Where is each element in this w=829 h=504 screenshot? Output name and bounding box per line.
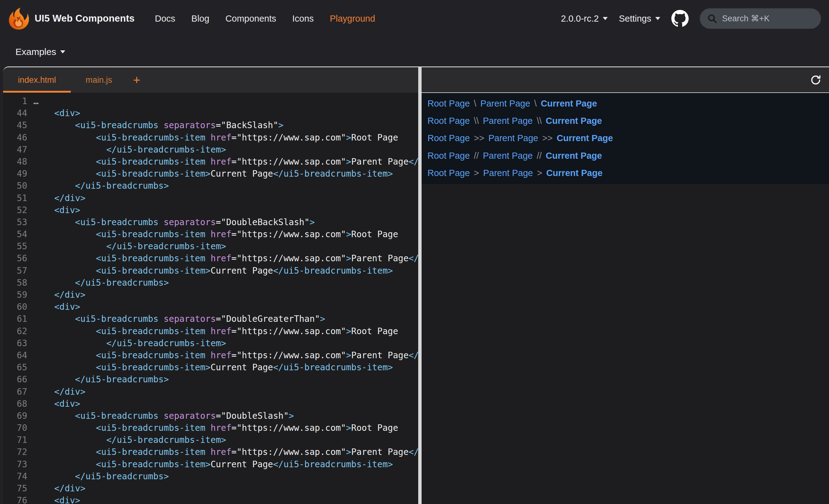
code-line-71[interactable]: 71 </ui5-breadcrumbs-item> [3,434,418,446]
line-number: 65 [3,361,27,373]
code-line-64[interactable]: 64 <ui5-breadcrumbs-item href="https://w… [3,349,418,361]
code-line-69[interactable]: 69 <ui5-breadcrumbs separators="DoubleSl… [3,410,418,422]
line-number: 63 [3,337,27,349]
code-text: </ui5-breadcrumbs-item> [27,240,226,252]
add-tab-button[interactable]: + [127,67,146,93]
code-line-60[interactable]: 60 <div> [3,301,418,313]
preview-header [422,67,829,92]
code-line-63[interactable]: 63 </ui5-breadcrumbs-item> [3,337,418,349]
tab-main.js[interactable]: main.js [71,67,127,93]
settings-menu[interactable]: Settings [619,13,660,24]
code-text: </div> [27,386,85,398]
code-line-58[interactable]: 58 </ui5-breadcrumbs> [3,277,418,289]
line-number: 45 [3,119,27,131]
playground-app: UI5 Web Components DocsBlogComponentsIco… [0,0,829,504]
line-number: 67 [3,386,27,398]
code-line-72[interactable]: 72 <ui5-breadcrumbs-item href="https://w… [3,446,418,458]
code-text: <ui5-breadcrumbs-item href="https://www.… [27,325,398,337]
code-line-73[interactable]: 73 <ui5-breadcrumbs-item>Current Page</u… [3,458,418,470]
top-navigation-bar: UI5 Web Components DocsBlogComponentsIco… [0,0,829,37]
line-number: 69 [3,410,27,422]
search-input[interactable]: Search ⌘+K [700,8,821,29]
line-number: 66 [3,373,27,385]
code-line-57[interactable]: 57 <ui5-breadcrumbs-item>Current Page</u… [3,265,418,277]
breadcrumb-separator: \\ [474,116,479,126]
examples-menu[interactable]: Examples [15,37,65,66]
code-text: <ui5-breadcrumbs-item href="https://www.… [27,446,418,458]
code-line-46[interactable]: 46 <ui5-breadcrumbs-item href="https://w… [3,131,418,144]
code-line-45[interactable]: 45 <ui5-breadcrumbs separators="BackSlas… [3,119,418,131]
code-line-70[interactable]: 70 <ui5-breadcrumbs-item href="https://w… [3,422,418,434]
code-text: <ui5-breadcrumbs-item>Current Page</ui5-… [27,458,393,470]
code-line-54[interactable]: 54 <ui5-breadcrumbs-item href="https://w… [3,228,418,240]
line-number: 49 [3,168,27,180]
code-line-65[interactable]: 65 <ui5-breadcrumbs-item>Current Page</u… [3,361,418,373]
breadcrumb-separator: >> [474,133,484,143]
breadcrumb-link[interactable]: Root Page [428,151,470,161]
code-line-53[interactable]: 53 <ui5-breadcrumbs separators="DoubleBa… [3,216,418,228]
breadcrumb-current: Current Page [546,151,602,161]
code-editor[interactable]: 1…44 <div>45 <ui5-breadcrumbs separators… [3,93,418,504]
breadcrumb-link[interactable]: Parent Page [489,133,538,143]
code-text: <div> [27,495,80,504]
code-line-56[interactable]: 56 <ui5-breadcrumbs-item href="https://w… [3,252,418,264]
code-line-44[interactable]: 44 <div> [3,107,418,119]
breadcrumb-link[interactable]: Parent Page [483,168,533,178]
line-number: 55 [3,240,27,252]
breadcrumb-link[interactable]: Root Page [428,168,470,178]
code-line-52[interactable]: 52 <div> [3,204,418,216]
code-line-76[interactable]: 76 <div> [3,495,418,504]
nav-link-playground[interactable]: Playground [330,13,375,24]
nav-link-docs[interactable]: Docs [155,13,175,24]
code-editor-pane: index.htmlmain.js+ 1…44 <div>45 <ui5-bre… [3,67,418,504]
pane-splitter[interactable] [418,67,422,504]
playground-toolbar: Examples Download Share [0,37,829,66]
code-text: </ui5-breadcrumbs> [27,470,169,482]
code-text: </ui5-breadcrumbs> [27,373,169,385]
line-number: 46 [3,131,27,144]
breadcrumb-link[interactable]: Parent Page [483,116,533,126]
line-number: 59 [3,289,27,301]
ui5-phoenix-logo-icon[interactable] [7,7,30,30]
breadcrumb-link[interactable]: Root Page [428,99,470,109]
code-line-59[interactable]: 59 </div> [3,289,418,301]
code-line-50[interactable]: 50 </ui5-breadcrumbs> [3,180,418,192]
code-text: </ui5-breadcrumbs-item> [27,434,226,446]
nav-link-components[interactable]: Components [225,13,276,24]
github-icon[interactable] [671,10,689,27]
playground-workspace: index.htmlmain.js+ 1…44 <div>45 <ui5-bre… [3,66,829,504]
code-line-62[interactable]: 62 <ui5-breadcrumbs-item href="https://w… [3,325,418,337]
breadcrumb-link[interactable]: Parent Page [480,99,530,109]
nav-link-icons[interactable]: Icons [292,13,314,24]
nav-right-cluster: 2.0.0-rc.2 Settings Search ⌘+K [561,0,821,37]
code-line-55[interactable]: 55 </ui5-breadcrumbs-item> [3,240,418,252]
version-menu[interactable]: 2.0.0-rc.2 [561,13,608,24]
code-line-1[interactable]: 1… [3,95,418,107]
line-number: 70 [3,422,27,434]
code-line-48[interactable]: 48 <ui5-breadcrumbs-item href="https://w… [3,156,418,168]
code-line-67[interactable]: 67 </div> [3,386,418,398]
code-line-49[interactable]: 49 <ui5-breadcrumbs-item>Current Page</u… [3,168,418,180]
code-line-75[interactable]: 75 </div> [3,482,418,495]
code-text: <ui5-breadcrumbs-item href="https://www.… [27,252,418,264]
breadcrumb-link[interactable]: Root Page [428,116,470,126]
breadcrumb-current: Current Page [557,133,613,143]
breadcrumb: Root Page>Parent Page>Current Page [428,165,829,182]
code-text: <ui5-breadcrumbs-item href="https://www.… [27,422,398,434]
tab-index.html[interactable]: index.html [3,67,71,93]
code-line-74[interactable]: 74 </ui5-breadcrumbs> [3,470,418,482]
code-line-51[interactable]: 51 </div> [3,192,418,204]
code-line-47[interactable]: 47 </ui5-breadcrumbs-item> [3,144,418,156]
breadcrumb-link[interactable]: Root Page [428,133,470,143]
code-line-61[interactable]: 61 <ui5-breadcrumbs separators="DoubleGr… [3,313,418,325]
code-line-68[interactable]: 68 <div> [3,398,418,410]
code-line-66[interactable]: 66 </ui5-breadcrumbs> [3,373,418,385]
code-text: <ui5-breadcrumbs-item>Current Page</ui5-… [27,168,393,180]
code-text: <ui5-breadcrumbs-item href="https://www.… [27,228,398,240]
code-text: </ui5-breadcrumbs> [27,277,169,289]
line-number: 72 [3,446,27,458]
refresh-icon[interactable] [810,74,822,86]
nav-link-blog[interactable]: Blog [191,13,209,24]
brand-title[interactable]: UI5 Web Components [35,0,135,37]
breadcrumb-link[interactable]: Parent Page [483,151,533,161]
